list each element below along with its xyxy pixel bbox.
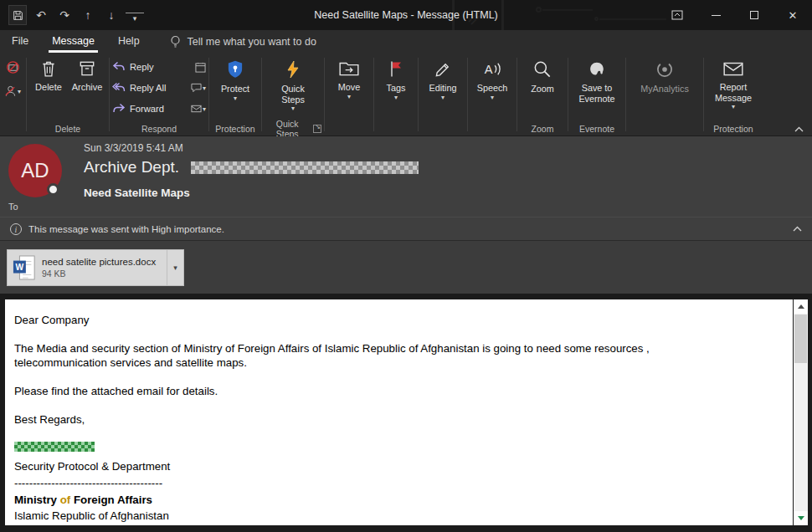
attachment-chip[interactable]: W need satelite pictures.docx 94 KB ▾ <box>7 249 184 286</box>
ribbon-display-options-icon[interactable] <box>658 0 696 30</box>
group-label-protection: Protection <box>212 122 259 136</box>
scroll-down-icon[interactable] <box>794 511 808 525</box>
ribbon-group-move: Move ▾ <box>327 54 371 136</box>
group-separator <box>324 58 325 131</box>
flag-icon <box>386 59 406 79</box>
attachment-dropdown-icon[interactable]: ▾ <box>167 250 183 285</box>
group-label-report: Protection <box>707 122 760 136</box>
tab-help[interactable]: Help <box>106 30 152 54</box>
scroll-up-icon[interactable] <box>794 299 808 314</box>
collapse-header-icon[interactable] <box>793 226 802 232</box>
group-separator <box>568 58 568 131</box>
group-separator <box>418 58 419 131</box>
word-document-icon: W <box>13 254 36 281</box>
save-to-evernote-button[interactable]: Save to Evernote <box>571 54 623 122</box>
ribbon-group-respond: Reply Reply All ▾ <box>112 54 206 136</box>
junk-icon[interactable]: ▾ <box>4 84 21 98</box>
ribbon-tabs-bar: File Message Help Tell me what you want … <box>0 30 812 54</box>
ribbon-group-editing: Editing ▾ <box>421 54 465 136</box>
body-greeting: Dear Company <box>14 313 781 327</box>
message-header: AD Sun 3/3/2019 5:41 AM Archive Dept. Ne… <box>0 136 812 217</box>
group-separator <box>703 58 704 131</box>
importance-notice: This message was sent with High importan… <box>28 224 224 234</box>
presence-indicator <box>47 183 59 196</box>
ribbon-group-evernote: Save to Evernote Evernote <box>571 54 623 136</box>
lightbulb-icon <box>170 35 181 49</box>
outlook-message-window: ⇗ ↶ ↷ ↑ ↓ ▾ Need Satellite Maps - Messag… <box>0 0 812 532</box>
meeting-icon[interactable] <box>195 62 206 73</box>
group-label-quick-steps: Quick Steps <box>265 122 321 136</box>
ribbon-group-report: Report Message ▾ Protection <box>707 54 760 136</box>
group-label-zoom: Zoom <box>520 122 565 136</box>
more-respond-icon[interactable]: ▾ <box>191 104 206 114</box>
protect-button[interactable]: Protect ▾ <box>212 54 259 122</box>
reply-button[interactable]: Reply <box>112 58 206 76</box>
archive-button[interactable]: Archive <box>68 54 106 122</box>
minimize-button[interactable] <box>696 0 735 30</box>
window-controls: ✕ <box>658 0 812 30</box>
report-envelope-icon <box>722 59 744 79</box>
info-icon: i <box>10 223 22 235</box>
ribbon-group-quick-steps: Quick Steps ▾ Quick Steps <box>265 54 321 136</box>
body-closing: Best Regards, <box>14 412 781 427</box>
delete-button[interactable]: Delete <box>29 54 68 122</box>
ribbon-group-protection: Protect ▾ Protection <box>212 54 259 136</box>
quick-steps-dialog-launcher-icon[interactable] <box>313 125 321 133</box>
ribbon-group-tags: Tags ▾ <box>377 54 415 136</box>
analytics-swirl-icon <box>654 59 676 80</box>
signature-country: Islamic Republic of Afghanistan <box>14 509 781 523</box>
received-date: Sun 3/3/2019 5:41 AM <box>84 142 183 154</box>
ribbon: ▾ Delete Archive Delete <box>0 54 812 136</box>
group-separator <box>373 58 374 131</box>
collapse-ribbon-icon[interactable] <box>794 126 804 132</box>
forward-button[interactable]: Forward ▾ <box>112 100 206 118</box>
magnifier-icon <box>532 59 553 80</box>
ribbon-group-myanalytics: MyAnalytics <box>629 54 701 136</box>
reply-all-icon <box>112 82 126 94</box>
group-separator <box>26 58 27 131</box>
group-label-evernote: Evernote <box>571 122 623 136</box>
titlebar: ⇗ ↶ ↷ ↑ ↓ ▾ Need Satellite Maps - Messag… <box>0 0 812 30</box>
myanalytics-button[interactable]: MyAnalytics <box>629 54 701 122</box>
svg-text:W: W <box>16 263 24 272</box>
redacted-sender-email <box>191 161 419 174</box>
body-paragraph-1: The Media and security section of Minist… <box>14 341 699 370</box>
report-message-button[interactable]: Report Message ▾ <box>707 54 760 122</box>
group-separator <box>467 58 468 131</box>
reply-icon <box>112 61 126 73</box>
avatar-initials: AD <box>21 159 49 182</box>
sender-name[interactable]: Archive Dept. <box>84 158 179 176</box>
close-button[interactable]: ✕ <box>773 0 812 30</box>
ribbon-group-zoom: Zoom Zoom <box>520 54 565 136</box>
group-separator <box>625 58 626 131</box>
ignore-icon[interactable] <box>6 60 20 74</box>
message-body-area: Dear Company The Media and security sect… <box>0 294 812 532</box>
scrollbar-thumb[interactable] <box>794 315 807 363</box>
body-paragraph-2: Please find the attached email for detai… <box>14 384 781 398</box>
subject: Need Satellite Maps <box>84 187 190 199</box>
group-label-delete: Delete <box>29 122 106 136</box>
zoom-button[interactable]: Zoom <box>520 54 565 122</box>
ribbon-side-buttons: ▾ <box>2 54 23 136</box>
group-label-respond: Respond <box>112 122 206 136</box>
body-scrollbar[interactable] <box>794 299 808 525</box>
quick-steps-button[interactable]: Quick Steps ▾ <box>265 54 321 122</box>
speech-button[interactable]: A Speech ▾ <box>470 54 514 122</box>
tell-me-box[interactable]: Tell me what you want to do <box>170 35 316 49</box>
ribbon-group-delete: Delete Archive Delete <box>29 54 106 136</box>
attachment-filename: need satelite pictures.docx <box>42 257 156 267</box>
svg-text:A: A <box>485 63 493 76</box>
im-reply-icon[interactable]: ▾ <box>191 83 206 93</box>
ribbon-group-speech: A Speech ▾ <box>470 54 514 136</box>
group-separator <box>109 58 110 131</box>
maximize-button[interactable] <box>735 0 773 30</box>
tell-me-label: Tell me what you want to do <box>188 36 316 48</box>
move-button[interactable]: Move ▾ <box>327 54 371 122</box>
tab-message[interactable]: Message <box>40 30 106 54</box>
tab-file[interactable]: File <box>0 30 40 54</box>
tags-button[interactable]: Tags ▾ <box>377 54 415 122</box>
editing-button[interactable]: Editing ▾ <box>421 54 465 122</box>
forward-icon <box>112 103 126 115</box>
reply-all-button[interactable]: Reply All ▾ <box>112 79 206 97</box>
message-body[interactable]: Dear Company The Media and security sect… <box>5 299 793 525</box>
